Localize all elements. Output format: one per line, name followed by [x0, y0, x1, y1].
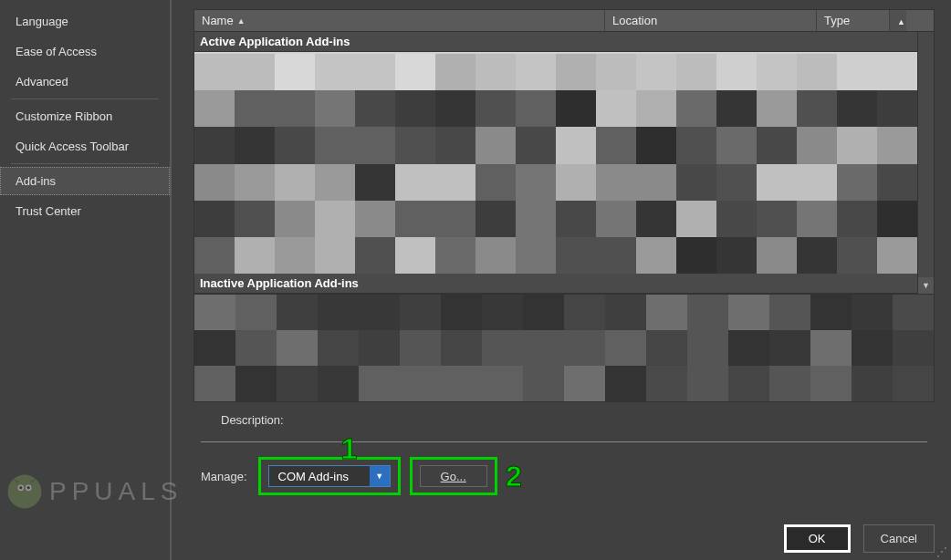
ok-button-label: OK — [809, 532, 826, 545]
watermark: PPUALS — [5, 472, 183, 511]
svg-point-0 — [8, 475, 42, 509]
resize-grip-icon[interactable]: ⋰ — [936, 545, 949, 558]
go-button-label: Go... — [441, 470, 466, 483]
sidebar-item-advanced[interactable]: Advanced — [0, 67, 170, 96]
sidebar-item-add-ins[interactable]: Add-ins — [0, 167, 170, 195]
column-header-label: Name — [202, 14, 234, 27]
group-header-inactive: Inactive Application Add-ins — [194, 274, 917, 294]
censored-content-lower — [194, 295, 934, 401]
description-row: Description: — [193, 402, 935, 434]
annotation-box-1: 1 COM Add-ins ▼ — [258, 457, 401, 495]
sort-ascending-icon: ▲ — [237, 16, 246, 26]
chevron-down-icon: ▼ — [375, 472, 383, 481]
sidebar-separator — [11, 99, 159, 99]
sidebar-item-label: Customize Ribbon — [16, 109, 112, 123]
table-rows-area[interactable]: Active Application Add-ins Inactive Appl… — [194, 32, 917, 294]
group-header-active: Active Application Add-ins — [194, 32, 917, 52]
go-button[interactable]: Go... — [420, 465, 487, 487]
sidebar-item-label: Advanced — [16, 75, 68, 88]
censored-content-active — [194, 54, 917, 274]
main-panel: Name ▲ Location Type ▲ Active Applicatio… — [172, 0, 951, 560]
sidebar-item-label: Quick Access Toolbar — [16, 140, 129, 153]
manage-dropdown[interactable]: COM Add-ins ▼ — [268, 465, 391, 487]
vertical-scrollbar[interactable]: ▼ — [917, 32, 934, 294]
column-header-label: Location — [612, 14, 657, 27]
manage-row: Manage: 1 COM Add-ins ▼ 2 Go... — [193, 450, 935, 503]
sidebar-item-trust-center[interactable]: Trust Center — [0, 197, 170, 225]
addins-table-header: Name ▲ Location Type ▲ — [193, 9, 935, 32]
cancel-button-label: Cancel — [881, 532, 917, 545]
scroll-down-button[interactable]: ▼ — [918, 277, 934, 294]
manage-dropdown-value: COM Add-ins — [269, 466, 370, 486]
dialog-footer-buttons: OK Cancel — [784, 524, 935, 553]
chevron-down-icon: ▼ — [922, 281, 930, 290]
annotation-number-2: 2 — [506, 460, 522, 493]
horizontal-separator — [201, 441, 927, 442]
watermark-text: PPUALS — [49, 477, 183, 506]
annotation-number-1: 1 — [341, 432, 358, 466]
scroll-up-button[interactable]: ▲ — [890, 10, 906, 31]
addins-lower-section — [193, 295, 935, 402]
column-header-type[interactable]: Type — [817, 10, 890, 31]
sidebar-item-label: Trust Center — [16, 204, 81, 218]
column-header-name[interactable]: Name ▲ — [194, 10, 605, 31]
ok-button[interactable]: OK — [784, 524, 851, 553]
description-label: Description: — [221, 413, 284, 427]
chevron-up-icon: ▲ — [897, 17, 905, 26]
sidebar-separator — [11, 163, 159, 164]
sidebar-item-label: Add-ins — [16, 174, 56, 188]
dropdown-button[interactable]: ▼ — [370, 466, 390, 486]
scroll-track[interactable] — [918, 32, 934, 277]
svg-point-3 — [19, 486, 22, 489]
watermark-logo-icon — [5, 472, 44, 511]
sidebar-item-label: Ease of Access — [16, 45, 97, 58]
cancel-button[interactable]: Cancel — [863, 524, 935, 553]
column-header-label: Type — [824, 14, 850, 27]
sidebar-item-ease-of-access[interactable]: Ease of Access — [0, 37, 170, 66]
svg-point-4 — [27, 486, 30, 489]
manage-label: Manage: — [201, 470, 247, 483]
annotation-box-2: 2 Go... — [410, 457, 497, 495]
sidebar-item-language[interactable]: Language — [0, 7, 170, 36]
column-header-location[interactable]: Location — [605, 10, 817, 31]
sidebar-item-quick-access-toolbar[interactable]: Quick Access Toolbar — [0, 132, 170, 161]
sidebar-item-label: Language — [16, 15, 68, 28]
sidebar-item-customize-ribbon[interactable]: Customize Ribbon — [0, 102, 170, 130]
addins-table-body: Active Application Add-ins Inactive Appl… — [193, 32, 935, 295]
